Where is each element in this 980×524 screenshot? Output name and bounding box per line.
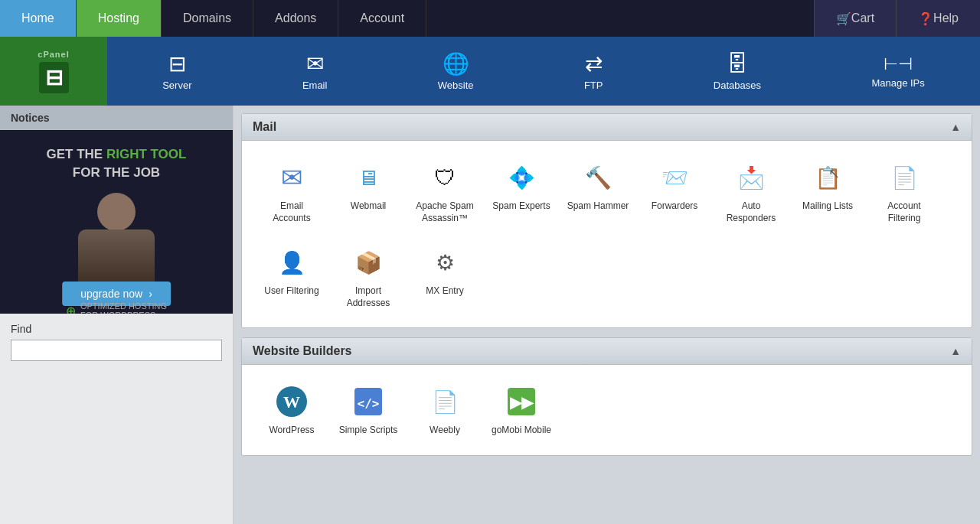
simple-scripts-icon: </> (350, 383, 387, 420)
cpanel-nav-server[interactable]: ⊟ Server (147, 37, 207, 106)
find-label: Find (11, 323, 222, 335)
weebly-label: Weebly (430, 425, 460, 437)
wb-item-wordpress[interactable]: W WordPress (257, 377, 326, 443)
nav-hosting[interactable]: Hosting (77, 0, 162, 37)
ftp-icon: ⇄ (585, 51, 603, 76)
website-builders-section: Website Builders ▲ W WordPress (241, 337, 972, 456)
mail-item-auto-responders[interactable]: 📩 Auto Responders (717, 153, 786, 230)
cpanel-logo-text: cPanel (38, 50, 69, 59)
find-input[interactable] (11, 340, 222, 361)
webmail-label: Webmail (351, 200, 386, 213)
simple-scripts-label: Simple Scripts (339, 425, 398, 437)
mx-entry-icon: ⚙ (426, 244, 463, 281)
ftp-label: FTP (584, 80, 603, 91)
wordpress-label: WordPress (269, 425, 314, 437)
mail-section: Mail ▲ ✉ Email Accounts 🖥 Webmail 🛡 Apac… (241, 113, 972, 328)
forwarders-icon: 📨 (656, 159, 693, 196)
wb-item-weebly[interactable]: 📄 Weebly (410, 377, 479, 443)
mail-item-spam-experts[interactable]: 💠 Spam Experts (487, 153, 556, 230)
email-accounts-label: Email Accounts (260, 200, 323, 224)
nav-cart[interactable]: 🛒 Cart (814, 0, 896, 37)
svg-text:</>: </> (358, 396, 380, 411)
mail-item-mailing-lists[interactable]: 📋 ↖ Mailing Lists (793, 153, 862, 230)
cpanel-nav-email[interactable]: ✉ Email (287, 37, 343, 106)
cpanel-nav: ⊟ Server ✉ Email 🌐 Website ⇄ FTP 🗄 Datab… (107, 37, 980, 106)
spam-hammer-icon: 🔨 (580, 159, 616, 196)
cpanel-logo[interactable]: cPanel ⊟ (0, 37, 107, 106)
mail-item-email-accounts[interactable]: ✉ Email Accounts (257, 153, 326, 230)
cpanel-nav-databases[interactable]: 🗄 Databases (698, 37, 776, 106)
mail-item-import-addresses[interactable]: 📦 Import Addresses (334, 238, 403, 315)
mail-item-user-filtering[interactable]: 👤 User Filtering (257, 238, 326, 315)
main-layout: Notices GET THE RIGHT TOOL FOR THE JOB u… (0, 106, 980, 524)
ad-image (0, 185, 233, 291)
cpanel-nav-manage-ips[interactable]: ⊢⊣ Manage IPs (856, 37, 939, 106)
wb-item-gomobi[interactable]: ▶▶ goMobi Mobile (487, 377, 556, 443)
nav-account[interactable]: Account (338, 0, 426, 37)
svg-text:W: W (283, 392, 300, 412)
manage-ips-label: Manage IPs (871, 77, 924, 89)
content-area: Mail ▲ ✉ Email Accounts 🖥 Webmail 🛡 Apac… (234, 106, 980, 524)
manage-ips-icon: ⊢⊣ (884, 54, 913, 74)
nav-home[interactable]: Home (0, 0, 77, 37)
mail-item-webmail[interactable]: 🖥 Webmail (334, 153, 403, 230)
spam-experts-label: Spam Experts (492, 200, 550, 213)
wb-item-simple-scripts[interactable]: </> Simple Scripts (334, 377, 403, 443)
weebly-icon: 📄 (426, 383, 463, 420)
gomobi-label: goMobi Mobile (492, 425, 551, 437)
forwarders-label: Forwarders (652, 200, 698, 213)
optimized-badge: ⊕ OPTIMIZED HOSTING FOR WORDPRESS (66, 301, 167, 314)
mail-section-title: Mail (253, 120, 276, 134)
mail-item-account-filtering[interactable]: 📄 Account Filtering (870, 153, 939, 230)
server-label: Server (162, 80, 191, 91)
mail-item-forwarders[interactable]: 📨 Forwarders (640, 153, 709, 230)
notices-header: Notices (0, 106, 233, 130)
mail-section-header: Mail ▲ (242, 114, 972, 141)
nav-help[interactable]: ❓ Help (896, 0, 980, 37)
find-section: Find (0, 314, 233, 370)
website-builders-header: Website Builders ▲ (242, 338, 972, 365)
email-nav-icon: ✉ (306, 51, 324, 76)
auto-responders-label: Auto Responders (720, 200, 782, 224)
server-icon: ⊟ (168, 51, 186, 76)
databases-label: Databases (714, 80, 761, 91)
svg-text:▶▶: ▶▶ (510, 394, 534, 411)
wordpress-icon: W (273, 383, 310, 420)
import-addresses-icon: 📦 (350, 244, 387, 281)
ad-text: GET THE RIGHT TOOL FOR THE JOB (47, 145, 187, 182)
cpanel-nav-ftp[interactable]: ⇄ FTP (569, 37, 619, 106)
spam-assassin-label: Apache Spam Assassin™ (413, 200, 476, 224)
nav-domains[interactable]: Domains (162, 0, 253, 37)
mailing-lists-label: Mailing Lists (802, 200, 853, 213)
arrow-right-icon: › (149, 288, 152, 300)
sidebar: Notices GET THE RIGHT TOOL FOR THE JOB u… (0, 106, 234, 524)
spam-experts-icon: 💠 (503, 159, 540, 196)
mx-entry-label: MX Entry (426, 285, 463, 298)
website-builders-content: W WordPress </> Simple Scripts (242, 365, 972, 455)
mail-item-mx-entry[interactable]: ⚙ MX Entry (410, 238, 479, 315)
mailing-lists-icon: 📋 ↖ (809, 159, 846, 196)
databases-icon: 🗄 (727, 51, 748, 76)
mail-item-spam-hammer[interactable]: 🔨 Spam Hammer (564, 153, 632, 230)
mail-section-content: ✉ Email Accounts 🖥 Webmail 🛡 Apache Spam… (242, 141, 972, 327)
cpanel-logo-icon: ⊟ (39, 62, 69, 93)
website-builders-title: Website Builders (253, 344, 352, 358)
website-builders-collapse[interactable]: ▲ (950, 345, 961, 357)
spam-assassin-icon: 🛡 (426, 159, 463, 196)
cursor-icon: ↖ (822, 165, 846, 199)
user-filtering-icon: 👤 (273, 244, 310, 281)
import-addresses-label: Import Addresses (337, 285, 400, 309)
cpanel-nav-website[interactable]: 🌐 Website (423, 37, 489, 106)
ad-banner: GET THE RIGHT TOOL FOR THE JOB upgrade n… (0, 130, 233, 314)
mail-item-spam-assassin[interactable]: 🛡 Apache Spam Assassin™ (410, 153, 479, 230)
mail-section-collapse[interactable]: ▲ (950, 121, 961, 133)
auto-responders-icon: 📩 (733, 159, 769, 196)
webmail-icon: 🖥 (350, 159, 387, 196)
nav-right: 🛒 Cart ❓ Help (814, 0, 980, 37)
email-nav-label: Email (302, 80, 328, 91)
spam-hammer-label: Spam Hammer (567, 200, 629, 213)
nav-addons[interactable]: Addons (253, 0, 338, 37)
gomobi-icon: ▶▶ (503, 383, 540, 420)
email-accounts-icon: ✉ (273, 159, 310, 196)
cpanel-bar: cPanel ⊟ ⊟ Server ✉ Email 🌐 Website ⇄ FT… (0, 37, 980, 106)
